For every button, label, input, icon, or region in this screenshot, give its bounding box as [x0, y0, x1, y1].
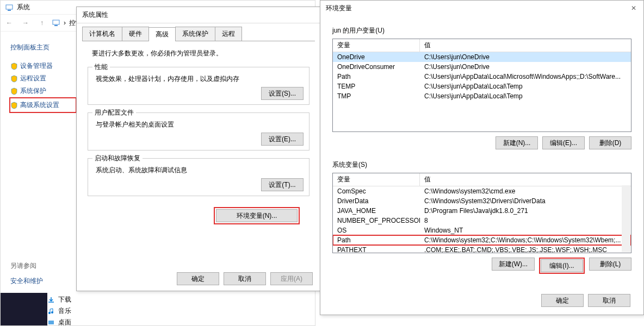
edit-sys-var-button[interactable]: 编辑(I)... [541, 259, 583, 272]
cell-var-value: 8 [420, 216, 631, 225]
col-variable: 变量 [333, 173, 420, 186]
music-icon [47, 308, 55, 315]
cancel-button[interactable]: 取消 [588, 294, 630, 307]
ok-button[interactable]: 确定 [177, 272, 219, 285]
tab-label: 高级 [156, 30, 169, 38]
new-sys-var-button[interactable]: 新建(W)... [492, 258, 535, 271]
see-also-heading: 另请参阅 [10, 261, 43, 271]
startup-settings-button[interactable]: 设置(T)... [261, 178, 304, 191]
apply-button[interactable]: 应用(A) [270, 272, 313, 285]
sidebar-item-device-manager[interactable]: 设备管理器 [10, 60, 77, 72]
cell-var-value: C:\Users\jun\AppData\Local\Temp [420, 82, 631, 91]
tree-item-label: 桌面 [58, 318, 71, 326]
tab-advanced[interactable]: 高级 [148, 27, 176, 41]
cancel-button[interactable]: 取消 [224, 272, 266, 285]
cell-var-name: OneDrive [333, 52, 420, 62]
control-panel-sidebar: 控制面板主页 设备管理器 远程设置 系统保护 高级系统设置 [1, 36, 77, 113]
group-title-profile: 用户配置文件 [92, 108, 136, 117]
col-value: 值 [420, 39, 631, 52]
table-row-path[interactable]: PathC:\Windows\system32;C:\Windows;C:\Wi… [333, 235, 631, 245]
table-row[interactable]: ComSpecC:\Windows\system32\cmd.exe [333, 186, 631, 196]
cell-var-value: C:\Users\jun\AppData\Local\Microsoft\Win… [420, 72, 631, 82]
cell-var-name: Path [333, 235, 420, 245]
performance-desc: 视觉效果，处理器计划，内存使用，以及虚拟内存 [88, 74, 309, 87]
dialog-footer: 确定 取消 应用(A) [177, 272, 313, 285]
table-row[interactable]: OSWindows_NT [333, 225, 631, 235]
see-also-section: 另请参阅 安全和维护 [10, 261, 43, 287]
scrollbar[interactable] [622, 185, 630, 252]
tree-item-music[interactable]: 音乐 [47, 305, 71, 317]
dialog-footer: 确定 取消 [541, 294, 630, 307]
table-row[interactable]: JAVA_HOMED:\Program Files\Java\jdk1.8.0_… [333, 206, 631, 216]
cell-var-value: C:\Users\jun\AppData\Local\Temp [420, 91, 631, 101]
sidebar-item-label: 远程设置 [20, 74, 46, 83]
sidebar-item-label: 设备管理器 [20, 61, 53, 71]
cell-var-name: Path [333, 72, 420, 82]
tab-content-advanced: 要进行大多数更改，你必须作为管理员登录。 性能 视觉效果，处理器计划，内存使用，… [77, 41, 320, 232]
tab-hardware[interactable]: 硬件 [122, 27, 149, 41]
table-row[interactable]: PATHEXT.COM;.EXE;.BAT;.CMD;.VBS;.VBE;.JS… [333, 245, 631, 253]
performance-settings-button[interactable]: 设置(S)... [261, 87, 304, 100]
tab-remote[interactable]: 远程 [215, 27, 242, 41]
new-user-var-button[interactable]: 新建(N)... [496, 136, 538, 149]
highlight-advanced-system-settings: 高级系统设置 [9, 97, 77, 113]
table-row[interactable]: DriverDataC:\Windows\System32\Drivers\Dr… [333, 196, 631, 206]
dialog-title-bar: 环境变量 ✕ [320, 1, 643, 16]
table-row[interactable]: TMPC:\Users\jun\AppData\Local\Temp [333, 91, 631, 101]
user-variables-table[interactable]: 变量 值 OneDriveC:\Users\jun\OneDriveOneDri… [332, 39, 631, 132]
table-row[interactable]: NUMBER_OF_PROCESSORS8 [333, 216, 631, 225]
cell-var-name: NUMBER_OF_PROCESSORS [333, 216, 420, 225]
tree-item-desktop[interactable]: 桌面 [47, 317, 71, 326]
tab-strip: 计算机名 硬件 高级 系统保护 远程 [77, 23, 320, 41]
shield-icon [10, 102, 18, 109]
table-row[interactable]: TEMPC:\Users\jun\AppData\Local\Temp [333, 82, 631, 91]
shield-icon [10, 87, 18, 95]
delete-user-var-button[interactable]: 删除(D) [589, 136, 631, 149]
environment-variables-button[interactable]: 环境变量(N)... [216, 209, 298, 222]
sidebar-heading[interactable]: 控制面板主页 [10, 43, 77, 52]
startup-desc: 系统启动、系统故障和调试信息 [88, 166, 309, 178]
user-variable-buttons: 新建(N)... 编辑(E)... 删除(D) [332, 136, 631, 149]
cell-var-value: C:\Users\jun\OneDrive [420, 52, 631, 62]
delete-sys-var-button[interactable]: 删除(L) [589, 258, 631, 271]
system-properties-dialog: 系统属性 计算机名 硬件 高级 系统保护 远程 要进行大多数更改，你必须作为管理… [76, 7, 321, 291]
table-row[interactable]: OneDriveC:\Users\jun\OneDrive [333, 52, 631, 62]
svg-point-5 [51, 311, 53, 314]
cell-var-name: PATHEXT [333, 245, 420, 253]
cell-var-value: C:\Windows\system32;C:\Windows;C:\Window… [420, 235, 631, 245]
table-row[interactable]: PathC:\Users\jun\AppData\Local\Microsoft… [333, 72, 631, 82]
profile-settings-button[interactable]: 设置(E)... [261, 133, 304, 146]
tree-item-label: 下载 [58, 295, 71, 304]
tab-system-protection[interactable]: 系统保护 [175, 27, 215, 41]
shield-icon [10, 62, 18, 70]
cell-var-name: TMP [333, 91, 420, 101]
up-button[interactable]: ↑ [35, 16, 48, 29]
cell-var-name: TEMP [333, 82, 420, 91]
edit-user-var-button[interactable]: 编辑(E)... [542, 136, 585, 149]
tab-computer-name[interactable]: 计算机名 [82, 27, 122, 41]
svg-point-4 [48, 312, 51, 314]
table-header: 变量 值 [333, 173, 631, 186]
forward-button[interactable]: → [19, 16, 32, 29]
computer-icon [52, 18, 60, 27]
highlight-edit-sys-var: 编辑(I)... [539, 258, 585, 274]
breadcrumb-separator: › [64, 19, 66, 27]
close-button[interactable]: ✕ [629, 4, 638, 12]
tab-label: 远程 [222, 30, 235, 37]
cell-var-name: DriverData [333, 196, 420, 206]
cell-var-name: ComSpec [333, 186, 420, 196]
back-button[interactable]: ← [3, 16, 16, 29]
system-variables-table[interactable]: 变量 值 ComSpecC:\Windows\system32\cmd.exeD… [332, 173, 631, 253]
sidebar-item-remote-settings[interactable]: 远程设置 [10, 72, 77, 85]
system-variables-label: 系统变量(S) [332, 160, 631, 170]
tree-item-downloads[interactable]: 下载 [47, 294, 71, 305]
ok-button[interactable]: 确定 [541, 294, 584, 307]
cell-var-value: C:\Windows\system32\cmd.exe [420, 186, 631, 196]
see-also-link-security[interactable]: 安全和维护 [10, 275, 43, 287]
tab-label: 计算机名 [89, 30, 115, 37]
sidebar-item-advanced-settings[interactable]: 高级系统设置 [10, 99, 71, 111]
table-row[interactable]: OneDriveConsumerC:\Users\jun\OneDrive [333, 62, 631, 72]
svg-rect-1 [8, 10, 11, 11]
environment-variables-dialog: 环境变量 ✕ jun 的用户变量(U) 变量 值 OneDriveC:\User… [320, 0, 644, 315]
sidebar-item-system-protection[interactable]: 系统保护 [10, 85, 77, 97]
